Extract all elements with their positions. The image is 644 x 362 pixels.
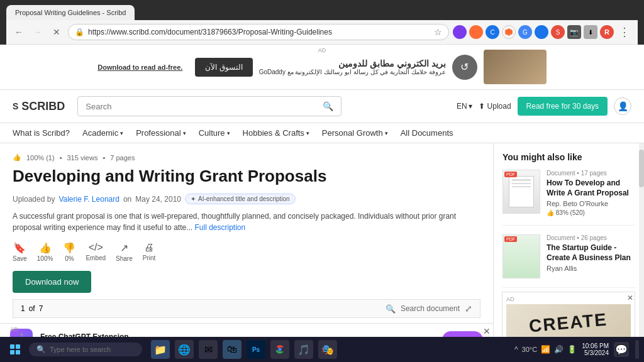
godaddy-button[interactable]: التسوق الآن	[195, 58, 252, 77]
taskbar-icon-chrome[interactable]	[270, 340, 289, 359]
doc-views: 315 views	[67, 154, 98, 162]
nav-professional[interactable]: Professional ▾	[136, 128, 186, 138]
ad-arabic-content: بريد الكتروني مطابق للدومين عروفة حلامك …	[259, 58, 446, 75]
taskbar-icon-store[interactable]: 🛍	[223, 340, 242, 359]
doc-type-2: Document	[547, 234, 575, 241]
notifications-button[interactable]: 💬	[614, 342, 629, 357]
search-doc-icon[interactable]: 🔍	[386, 304, 396, 314]
g-icon[interactable]: G	[518, 25, 532, 39]
language-selector[interactable]: EN ▾	[457, 102, 472, 111]
scribd-logo-text: SCRIBD	[21, 100, 65, 113]
scrollbar-thumb[interactable]	[639, 150, 644, 187]
search-bar-container[interactable]: 🔍	[77, 96, 341, 116]
taskbar-icon-other[interactable]: 🎭	[318, 340, 337, 359]
print-action[interactable]: 🖨 Print	[143, 242, 156, 262]
taskbar-icon-files[interactable]: 📁	[151, 340, 170, 359]
fire-icon[interactable]	[469, 25, 483, 39]
nav-all-documents[interactable]: All Documents	[401, 128, 453, 138]
address-bar[interactable]: 🔒 ☆	[68, 24, 449, 40]
time-display: 10:06 PM	[582, 343, 609, 349]
nav-hobbies[interactable]: Hobbies & Crafts ▾	[243, 128, 309, 138]
upload-button[interactable]: ⬆ Upload	[479, 102, 511, 111]
full-description-link[interactable]: Full description	[195, 223, 246, 232]
ad-arabic-section: التسوق الآن بريد الكتروني مطابق للدومين …	[195, 50, 546, 84]
separator2: •	[103, 154, 105, 162]
show-desktop-button[interactable]	[635, 340, 639, 359]
page-content: AD Download to read ad-free. التسوق الآن…	[0, 45, 644, 356]
read-free-button[interactable]: Read free for 30 days	[518, 97, 608, 116]
user-profile-icon[interactable]: 👤	[614, 97, 631, 115]
taskbar-search-icon: 🔍	[36, 345, 46, 354]
sidebar-ad-close-button[interactable]: ✕	[627, 293, 633, 302]
ad-arabic-sub: عروفة حلامك التجارية في كل رسالة ابو رسا…	[259, 69, 446, 75]
extensions-icon[interactable]	[453, 25, 467, 39]
ai-badge-text: AI-enhanced title and description	[198, 195, 290, 202]
fullscreen-icon[interactable]: ⤢	[465, 304, 472, 314]
taskbar-icon-mail[interactable]: ✉	[199, 340, 218, 359]
network-icon[interactable]: ^	[514, 345, 518, 354]
nav-personal-growth[interactable]: Personal Growth ▾	[322, 128, 388, 138]
print-icon: 🖨	[144, 242, 154, 253]
scribd-logo[interactable]: S SCRIBD	[13, 100, 65, 113]
taskbar-search[interactable]: 🔍	[29, 343, 142, 356]
taskbar-icon-ps[interactable]: Ps	[247, 340, 265, 359]
start-button[interactable]	[5, 339, 25, 359]
reload-button[interactable]: ✕	[49, 25, 64, 40]
download-button[interactable]: Download now	[13, 271, 91, 293]
author-link[interactable]: Valerie F. Leonard	[58, 195, 119, 204]
sidebar-card-1[interactable]: PDF Document • 17 pages	[502, 170, 635, 226]
nav-culture[interactable]: Culture ▾	[199, 128, 230, 138]
battery-icon[interactable]: 🔋	[567, 345, 577, 354]
thumbsdown-action[interactable]: 👎 0%	[63, 242, 75, 262]
nav-academic[interactable]: Academic ▾	[82, 128, 123, 138]
nav-what-is-scribd[interactable]: What is Scribd?	[13, 128, 70, 138]
search-input[interactable]	[86, 102, 323, 111]
doc-area: 👍 100% (1) • 315 views • 7 pages Develop…	[0, 143, 493, 356]
page-current: 1	[21, 304, 25, 313]
sidebar-card-1-thumb: PDF	[502, 170, 540, 214]
s-icon[interactable]: S	[551, 25, 565, 39]
nav-item-label: Hobbies & Crafts	[243, 128, 304, 138]
forward-button[interactable]: →	[30, 25, 45, 40]
download-icon[interactable]: ⬇	[584, 25, 597, 39]
active-tab[interactable]: Proposal Writing Guidelines - Scribd	[6, 5, 135, 20]
chevron-down-icon: ▾	[227, 130, 230, 136]
taskbar-search-input[interactable]	[50, 346, 131, 353]
ad-banner: AD Download to read ad-free. التسوق الآن…	[0, 45, 644, 90]
sidebar-card-2-info: Document • 26 pages The Startup Guide - …	[547, 234, 635, 278]
embed-action[interactable]: </> Embed	[86, 242, 106, 262]
search-icon[interactable]: 🔍	[323, 101, 333, 111]
c-icon[interactable]: C	[486, 25, 499, 39]
nav-item-label: Academic	[82, 128, 118, 138]
sidebar-card-2[interactable]: PDF Document • 26 pages	[502, 234, 635, 288]
taskbar-icon-music[interactable]: 🎵	[294, 340, 313, 359]
volume-icon[interactable]: 🔊	[554, 345, 564, 354]
scrollbar[interactable]	[639, 143, 644, 356]
share-action[interactable]: ↗ Share	[116, 242, 133, 262]
svg-marker-0	[505, 28, 513, 36]
thumbsup-action[interactable]: 👍 100%	[37, 242, 53, 262]
url-input[interactable]	[88, 28, 430, 36]
nav-item-label: All Documents	[401, 128, 453, 138]
taskbar-app-icons: 📁 🌐 ✉ 🛍 Ps 🎵 🎭	[146, 340, 511, 359]
bottom-ad-close-button[interactable]: ✕	[483, 326, 491, 336]
profile-icon[interactable]: R	[600, 25, 614, 39]
thumbsup-icon: 👍	[39, 242, 52, 254]
page-of: of	[29, 304, 35, 313]
search-doc-label[interactable]: Search document	[401, 304, 460, 313]
wifi-icon[interactable]: 📶	[541, 345, 550, 354]
brave-icon[interactable]	[502, 25, 516, 39]
pdf-badge-2: PDF	[504, 236, 517, 242]
menu-button[interactable]: ⋮	[616, 25, 633, 39]
windows-icon	[10, 344, 20, 354]
scribd-header: S SCRIBD 🔍 EN ▾ ⬆ Upload Read free for 3…	[0, 90, 644, 123]
star-icon[interactable]: ☆	[434, 27, 442, 37]
back-button[interactable]: ←	[11, 25, 26, 40]
save-action[interactable]: 🔖 Save	[13, 242, 27, 262]
share-icon: ↗	[120, 242, 128, 254]
create-thumb: CREATE	[506, 304, 631, 342]
photo-icon[interactable]: 📷	[567, 25, 581, 39]
ad-image	[484, 50, 547, 84]
taskbar-icon-edge[interactable]: 🌐	[175, 340, 194, 359]
globe-icon[interactable]	[535, 25, 548, 39]
